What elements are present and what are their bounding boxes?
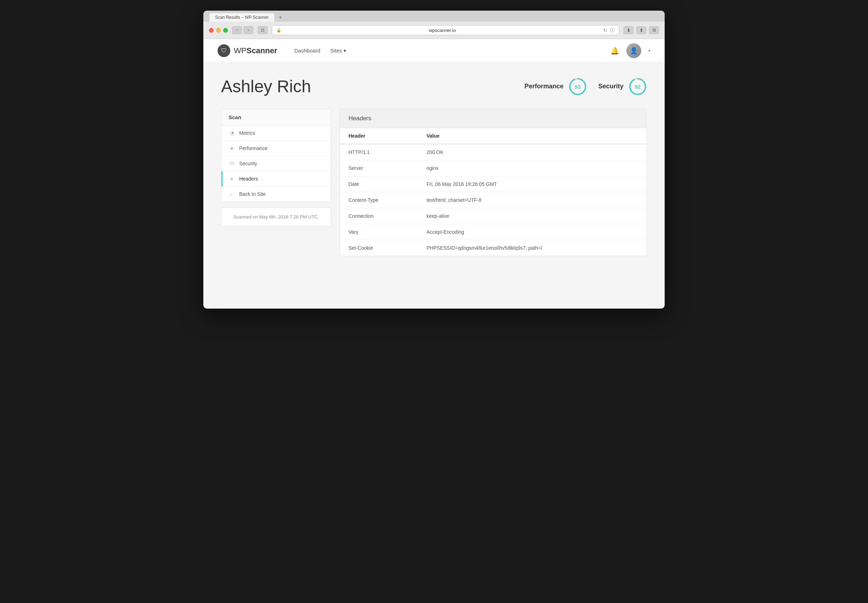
forward-browser-button[interactable]: ›: [243, 26, 254, 34]
header-name-cell: HTTP/1.1: [340, 144, 418, 160]
col-value-label: Value: [418, 128, 647, 144]
download-button[interactable]: ⬇: [624, 26, 633, 34]
window-button[interactable]: ⧉: [649, 26, 659, 34]
security-label: Security: [598, 83, 624, 90]
header-value-cell: Fri, 06 May 2016 19:26:05 GMT: [418, 176, 647, 192]
avatar[interactable]: 👤: [626, 43, 641, 58]
nav-sites[interactable]: Sites ▾: [330, 48, 347, 54]
table-row: Set-CookiePHPSESSID=qdngsm48ur1eno0hv5di…: [340, 240, 647, 256]
app-content: 🛡 WPScanner Dashboard Sites ▾ 🔔 👤 ▾: [203, 39, 665, 309]
page-content: Ashley Rich Performance 93: [203, 62, 665, 270]
header-name-cell: Server: [340, 160, 418, 176]
address-bar[interactable]: 🔒 wpscanner.io ↻ ⓘ: [272, 25, 619, 35]
col-header-label: Header: [340, 128, 418, 144]
lock-icon: 🔒: [277, 28, 282, 32]
logo[interactable]: 🛡 WPScanner: [218, 44, 277, 57]
score-badges: Performance 93 Security: [525, 77, 647, 96]
performance-label: Performance: [525, 83, 563, 90]
sidebar-section-title: Scan: [221, 109, 331, 125]
table-row: Content-Typetext/html; charset=UTF-8: [340, 192, 647, 208]
avatar-image: 👤: [626, 43, 641, 58]
performance-score-circle: 93: [568, 77, 587, 96]
header-value-cell: text/html; charset=UTF-8: [418, 192, 647, 208]
table-row: Connectionkeep-alive: [340, 208, 647, 224]
browser-tab[interactable]: Scan Results – WP Scanner: [209, 13, 275, 22]
scan-info-text: Scanned on May 6th, 2016 7:26 PM UTC.: [233, 214, 319, 220]
headers-icon: ≡: [229, 176, 235, 182]
sidebar-item-headers-label: Headers: [239, 176, 258, 182]
header-value-cell: nginx: [418, 160, 647, 176]
headers-table-head: Header Value: [340, 128, 647, 144]
sidebar: Scan ◔ Metrics ✈ Performance 🛡 Security: [221, 109, 331, 256]
close-button[interactable]: [209, 28, 214, 32]
logo-icon: 🛡: [218, 44, 230, 57]
header-value-cell: 200 OK: [418, 144, 647, 160]
table-row: DateFri, 06 May 2016 19:26:05 GMT: [340, 176, 647, 192]
back-arrow-icon: ←: [229, 192, 235, 197]
security-score-circle: 92: [628, 77, 647, 96]
sidebar-item-back-label: Back to Site: [239, 191, 266, 197]
sidebar-scan-info: Scanned on May 6th, 2016 7:26 PM UTC.: [221, 207, 331, 226]
security-badge: Security 92: [598, 77, 647, 96]
nav-dashboard[interactable]: Dashboard: [294, 48, 320, 54]
main-area: Scan ◔ Metrics ✈ Performance 🛡 Security: [221, 109, 647, 256]
maximize-button[interactable]: [223, 28, 228, 32]
sites-dropdown-icon: ▾: [343, 48, 347, 54]
logo-text: WPScanner: [234, 46, 277, 55]
sidebar-item-metrics-label: Metrics: [239, 130, 255, 136]
minimize-button[interactable]: [216, 28, 221, 32]
sidebar-item-security-label: Security: [239, 161, 257, 166]
sidebar-item-headers[interactable]: ≡ Headers: [221, 171, 331, 187]
header-name-cell: Vary: [340, 224, 418, 240]
sidebar-toggle-button[interactable]: ⊡: [258, 26, 268, 34]
header-name-cell: Date: [340, 176, 418, 192]
sidebar-item-metrics[interactable]: ◔ Metrics: [221, 125, 331, 141]
info-icon[interactable]: ⓘ: [610, 27, 614, 33]
address-text: wpscanner.io: [284, 28, 600, 33]
headers-table-body: HTTP/1.1200 OKServernginxDateFri, 06 May…: [340, 144, 647, 256]
headers-section-title: Headers: [340, 109, 647, 128]
header-name-cell: Content-Type: [340, 192, 418, 208]
table-row: Servernginx: [340, 160, 647, 176]
traffic-lights: [209, 28, 228, 32]
security-icon: 🛡: [229, 161, 235, 166]
header-value-cell: PHPSESSID=qdngsm48ur1eno0hv5diklq9s7; pa…: [418, 240, 647, 256]
headers-table-header-row: Header Value: [340, 128, 647, 144]
browser-titlebar: ‹ › ⊡ 🔒 wpscanner.io ↻ ⓘ ⬇ ⬆ ⧉: [203, 22, 665, 39]
nav-links: Dashboard Sites ▾: [294, 48, 347, 54]
top-nav: 🛡 WPScanner Dashboard Sites ▾ 🔔 👤 ▾: [203, 39, 665, 62]
headers-table: Header Value HTTP/1.1200 OKServernginxDa…: [340, 128, 647, 256]
table-row: VaryAccept-Encoding: [340, 224, 647, 240]
page-header: Ashley Rich Performance 93: [221, 77, 647, 96]
sidebar-item-security[interactable]: 🛡 Security: [221, 156, 331, 171]
sidebar-card: Scan ◔ Metrics ✈ Performance 🛡 Security: [221, 109, 331, 202]
nav-right: 🔔 👤 ▾: [610, 43, 650, 58]
metrics-icon: ◔: [229, 130, 235, 136]
header-value-cell: keep-alive: [418, 208, 647, 224]
table-row: HTTP/1.1200 OK: [340, 144, 647, 160]
performance-icon: ✈: [229, 146, 235, 151]
content-card: Headers Header Value HTTP/1.1200 OKServe…: [340, 109, 647, 256]
browser-tab-bar: Scan Results – WP Scanner +: [203, 11, 665, 22]
user-dropdown-icon[interactable]: ▾: [648, 48, 650, 53]
browser-right-actions: ⬇ ⬆ ⧉: [624, 26, 659, 34]
performance-badge: Performance 93: [525, 77, 587, 96]
back-browser-button[interactable]: ‹: [232, 26, 242, 34]
sidebar-item-back-to-site[interactable]: ← Back to Site: [221, 187, 331, 201]
sidebar-item-performance[interactable]: ✈ Performance: [221, 141, 331, 156]
new-tab-button[interactable]: +: [277, 14, 284, 21]
performance-score-value: 93: [575, 83, 581, 90]
notifications-bell-icon[interactable]: 🔔: [610, 46, 619, 55]
sidebar-toggle-icon: ⊡: [261, 28, 265, 32]
page-title: Ashley Rich: [221, 77, 525, 96]
header-name-cell: Set-Cookie: [340, 240, 418, 256]
browser-window: Scan Results – WP Scanner + ‹ › ⊡ 🔒 wpsc…: [203, 11, 665, 309]
security-score-value: 92: [635, 83, 641, 90]
reload-icon[interactable]: ↻: [603, 28, 607, 33]
header-value-cell: Accept-Encoding: [418, 224, 647, 240]
share-button[interactable]: ⬆: [636, 26, 646, 34]
header-name-cell: Connection: [340, 208, 418, 224]
browser-nav-buttons: ‹ ›: [232, 26, 254, 34]
sidebar-item-performance-label: Performance: [239, 145, 268, 151]
